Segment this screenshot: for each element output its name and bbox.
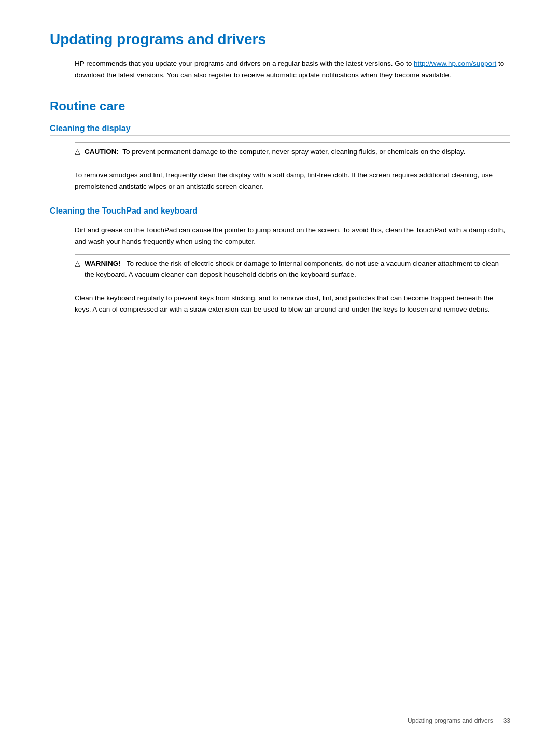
subsection-display-title: Cleaning the display xyxy=(50,124,510,136)
subsection-touchpad-title: Cleaning the TouchPad and keyboard xyxy=(50,206,510,218)
caution-box-display: △ CAUTION: To prevent permanent damage t… xyxy=(75,142,510,162)
warning-label: WARNING! xyxy=(85,260,121,268)
caution-display-body: To prevent permanent damage to the compu… xyxy=(122,148,465,156)
page-footer: Updating programs and drivers 33 xyxy=(408,717,510,724)
warning-triangle-icon: △ xyxy=(75,259,80,268)
hp-support-link[interactable]: http://www.hp.com/support xyxy=(414,60,496,67)
caution-display-text: CAUTION: To prevent permanent damage to … xyxy=(85,147,465,158)
footer-label: Updating programs and drivers xyxy=(408,717,493,724)
display-body-text: To remove smudges and lint, frequently c… xyxy=(75,170,510,192)
page-content: Updating programs and drivers HP recomme… xyxy=(0,0,560,371)
section2-title: Routine care xyxy=(50,99,510,114)
footer-page-number: 33 xyxy=(503,717,510,724)
main-title: Updating programs and drivers xyxy=(50,31,510,50)
warning-keyboard-body: To reduce the risk of electric shock or … xyxy=(85,260,499,278)
intro-text-before-link: HP recommends that you update your progr… xyxy=(75,60,414,67)
subsection-cleaning-touchpad: Cleaning the TouchPad and keyboard Dirt … xyxy=(50,206,510,315)
caution-label: CAUTION: xyxy=(85,148,119,156)
keyboard-body-text2: Clean the keyboard regularly to prevent … xyxy=(75,292,510,315)
intro-paragraph: HP recommends that you update your progr… xyxy=(75,58,510,80)
touchpad-body-text1: Dirt and grease on the TouchPad can caus… xyxy=(75,224,510,247)
warning-box-keyboard: △ WARNING! To reduce the risk of electri… xyxy=(75,254,510,285)
caution-triangle-icon: △ xyxy=(75,147,80,156)
warning-keyboard-text: WARNING! To reduce the risk of electric … xyxy=(85,259,510,280)
subsection-cleaning-display: Cleaning the display △ CAUTION: To preve… xyxy=(50,124,510,192)
